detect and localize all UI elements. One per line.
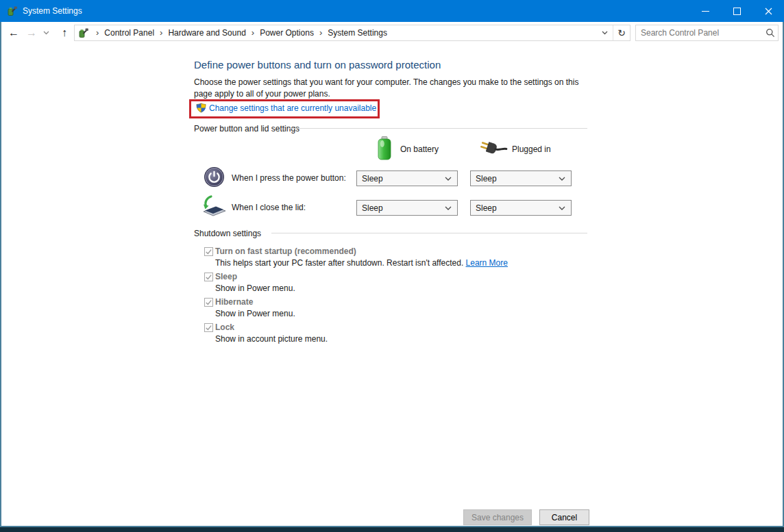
refresh-button[interactable]: ↻ xyxy=(613,25,630,40)
power-button-icon xyxy=(204,166,225,188)
minimize-icon xyxy=(702,11,709,12)
minimize-button[interactable] xyxy=(689,0,721,22)
chevron-down-icon xyxy=(559,206,565,210)
maximize-button[interactable] xyxy=(721,0,752,22)
shutdown-section-header: Shutdown settings xyxy=(194,229,261,238)
address-bar[interactable]: › Control Panel › Hardware and Sound › P… xyxy=(74,25,630,41)
chevron-down-icon xyxy=(445,177,452,181)
chevron-down-icon xyxy=(43,31,49,35)
cancel-button[interactable]: Cancel xyxy=(539,509,589,525)
close-icon xyxy=(765,8,772,15)
checkmark-icon xyxy=(205,324,212,331)
lid-row-label: When I close the lid: xyxy=(232,203,306,212)
dropdown-value: Sleep xyxy=(357,174,445,183)
sleep-checkbox[interactable] xyxy=(204,273,213,281)
power-button-on-battery-dropdown[interactable]: Sleep xyxy=(356,170,458,186)
lid-close-icon xyxy=(200,194,228,218)
battery-icon xyxy=(378,136,391,160)
forward-button[interactable]: → xyxy=(23,25,40,41)
lock-label: Lock xyxy=(215,322,234,332)
dropdown-value: Sleep xyxy=(357,203,445,213)
save-changes-button[interactable]: Save changes xyxy=(463,509,532,525)
search-input[interactable] xyxy=(636,28,763,38)
uac-link-row: Change settings that are currently unava… xyxy=(196,103,376,113)
power-options-app-icon xyxy=(7,5,18,16)
plugged-in-column-header: Plugged in xyxy=(512,144,551,154)
breadcrumb-separator: › xyxy=(92,25,103,40)
breadcrumb-control-panel[interactable]: Control Panel xyxy=(103,28,156,38)
sleep-description: Show in Power menu. xyxy=(215,283,295,293)
fast-startup-label: Turn on fast startup (recommended) xyxy=(215,246,356,256)
address-dropdown-button[interactable] xyxy=(596,25,613,40)
checkmark-icon xyxy=(205,273,212,281)
refresh-icon: ↻ xyxy=(617,27,626,38)
back-button[interactable]: ← xyxy=(5,25,22,41)
up-button[interactable]: ↑ xyxy=(56,25,73,41)
uac-shield-icon xyxy=(196,103,206,113)
breadcrumb-hardware-and-sound[interactable]: Hardware and Sound xyxy=(167,28,247,38)
background-strip xyxy=(0,527,784,532)
change-settings-unavailable-link[interactable]: Change settings that are currently unava… xyxy=(209,103,376,113)
fast-startup-description: This helps start your PC faster after sh… xyxy=(215,258,508,268)
lock-description: Show in account picture menu. xyxy=(215,334,328,344)
hibernate-description: Show in Power menu. xyxy=(215,309,295,318)
breadcrumb-power-options[interactable]: Power Options xyxy=(258,28,315,38)
breadcrumb-separator: › xyxy=(315,25,326,40)
chevron-down-icon xyxy=(445,206,452,210)
checkmark-icon xyxy=(205,299,212,306)
fast-startup-checkbox[interactable] xyxy=(204,247,213,256)
power-button-plugged-in-dropdown[interactable]: Sleep xyxy=(470,170,572,186)
dropdown-value: Sleep xyxy=(471,174,559,183)
lid-plugged-in-dropdown[interactable]: Sleep xyxy=(470,200,572,216)
close-button[interactable] xyxy=(752,0,784,22)
chevron-down-icon xyxy=(602,31,608,35)
system-settings-window: System Settings ← → ↑ › Control Panel › … xyxy=(0,0,784,532)
maximize-icon xyxy=(733,8,741,15)
breadcrumb-separator: › xyxy=(247,25,258,40)
shutdown-section-divider xyxy=(271,233,587,233)
window-border-left xyxy=(0,22,1,527)
power-section-header: Power button and lid settings xyxy=(194,124,299,134)
chevron-down-icon xyxy=(559,177,565,181)
fast-startup-description-text: This helps start your PC faster after sh… xyxy=(215,258,466,268)
breadcrumb-system-settings[interactable]: System Settings xyxy=(326,28,389,38)
power-section-divider xyxy=(288,128,587,129)
title-bar: System Settings xyxy=(0,0,784,22)
hibernate-label: Hibernate xyxy=(215,297,253,307)
power-button-row-label: When I press the power button: xyxy=(232,173,346,183)
checkmark-icon xyxy=(205,248,212,255)
window-title: System Settings xyxy=(23,0,82,22)
lock-checkbox[interactable] xyxy=(204,323,213,332)
plug-icon xyxy=(478,138,509,160)
search-icon[interactable] xyxy=(763,25,778,40)
lid-on-battery-dropdown[interactable]: Sleep xyxy=(356,200,458,216)
search-box xyxy=(635,25,779,41)
power-options-crumb-icon xyxy=(78,27,89,38)
recent-pages-dropdown[interactable] xyxy=(41,25,51,41)
page-title: Define power buttons and turn on passwor… xyxy=(194,59,441,71)
hibernate-checkbox[interactable] xyxy=(204,298,213,307)
learn-more-link[interactable]: Learn More xyxy=(466,258,508,268)
dropdown-value: Sleep xyxy=(471,203,559,213)
on-battery-column-header: On battery xyxy=(400,144,439,154)
breadcrumb-separator: › xyxy=(156,25,167,40)
intro-text: Choose the power settings that you want … xyxy=(194,77,582,100)
sleep-label: Sleep xyxy=(215,272,237,281)
